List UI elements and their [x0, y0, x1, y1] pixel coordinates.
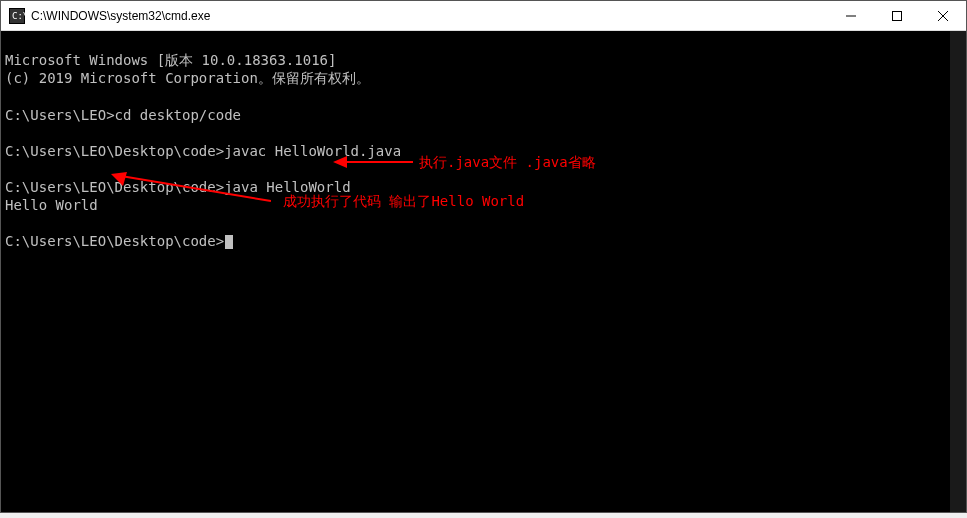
cmd-window: C:\ C:\WINDOWS\system32\cmd.exe Microsof… — [0, 0, 967, 513]
terminal-line — [5, 124, 962, 142]
cmd-icon: C:\ — [9, 8, 25, 24]
scrollbar[interactable] — [950, 31, 966, 512]
window-controls — [828, 1, 966, 30]
terminal-output[interactable]: Microsoft Windows [版本 10.0.18363.1016](c… — [1, 31, 966, 512]
command: javac HelloWorld.java — [224, 143, 401, 159]
title-bar[interactable]: C:\ C:\WINDOWS\system32\cmd.exe — [1, 1, 966, 31]
terminal-line — [5, 214, 962, 232]
terminal-line: (c) 2019 Microsoft Corporation。保留所有权利。 — [5, 69, 962, 87]
command: java HelloWorld — [224, 179, 350, 195]
terminal-line: C:\Users\LEO>cd desktop/code — [5, 106, 962, 124]
terminal-line: C:\Users\LEO\Desktop\code> — [5, 232, 962, 250]
prompt: C:\Users\LEO\Desktop\code> — [5, 233, 224, 249]
scrollbar-track[interactable] — [950, 31, 966, 512]
maximize-button[interactable] — [874, 1, 920, 30]
terminal-line: Microsoft Windows [版本 10.0.18363.1016] — [5, 51, 962, 69]
svg-rect-4 — [893, 11, 902, 20]
command: cd desktop/code — [115, 107, 241, 123]
taskbar-fragment — [0, 513, 967, 518]
terminal-line — [5, 160, 962, 178]
prompt: C:\Users\LEO\Desktop\code> — [5, 179, 224, 195]
close-button[interactable] — [920, 1, 966, 30]
cursor — [225, 235, 233, 249]
prompt: C:\Users\LEO\Desktop\code> — [5, 143, 224, 159]
svg-text:C:\: C:\ — [12, 11, 25, 21]
terminal-line — [5, 88, 962, 106]
terminal-line: C:\Users\LEO\Desktop\code>javac HelloWor… — [5, 142, 962, 160]
terminal-line: C:\Users\LEO\Desktop\code>java HelloWorl… — [5, 178, 962, 196]
window-title: C:\WINDOWS\system32\cmd.exe — [31, 9, 828, 23]
minimize-button[interactable] — [828, 1, 874, 30]
prompt: C:\Users\LEO> — [5, 107, 115, 123]
terminal-line: Hello World — [5, 196, 962, 214]
